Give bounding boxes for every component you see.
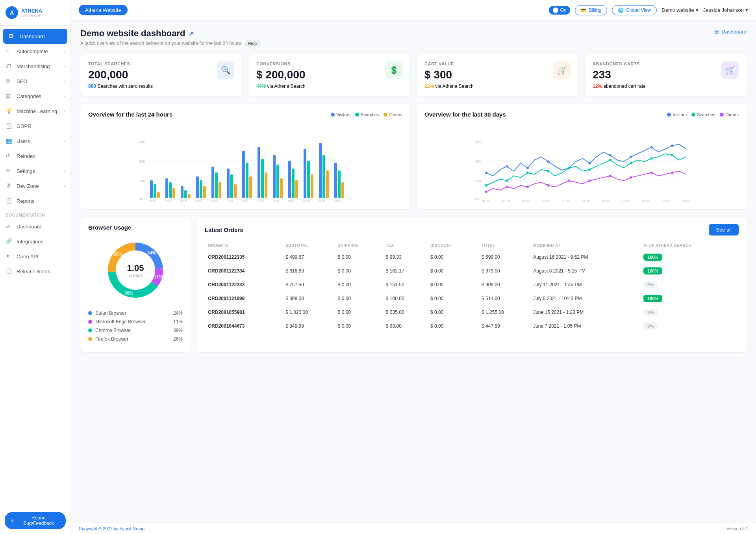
sidebar-item-settings[interactable]: ⚙ Settings › — [0, 163, 70, 178]
col-header-modified-at: MODIFIED AT — [530, 241, 640, 250]
see-all-button[interactable]: See all — [709, 224, 739, 235]
sidebar-item-integrations[interactable]: 🔗 Integrations — [0, 234, 70, 249]
sidebar-item-releasenotes[interactable]: 📋 Release Notes — [0, 264, 70, 279]
toggle-button[interactable]: On — [549, 6, 570, 15]
kpi-sub-text-0: Searches with zero results — [97, 83, 153, 89]
nav-label-categories: Categories — [17, 93, 41, 99]
chart-24h: Overview for the last 24 hours VisitorsS… — [80, 104, 410, 209]
svg-text:20K: 20K — [139, 159, 145, 163]
line-searches — [486, 154, 686, 185]
orders-table-body: ORD2001122335$ 499.67$ 0.00$ 99.33$ 0.00… — [205, 250, 739, 333]
topbar: Athena Website On 💳 Billing 🌐 Global Vie… — [71, 0, 756, 20]
sidebar-item-merchandising[interactable]: 🏷 Merchandising › — [0, 59, 70, 74]
table-cell: $ 1,020.00 — [282, 306, 334, 319]
kpi-sub-1: 44% via Athena Search — [256, 83, 306, 89]
table-cell: $ 0.00 — [335, 278, 383, 292]
sidebar-item-devzone[interactable]: 🖥 Dev Zone › — [0, 178, 70, 193]
line-dot — [568, 167, 570, 169]
bar — [200, 180, 202, 198]
browser-usage-title: Browser Usage — [88, 224, 183, 231]
donut-container: 24%11%39%26% 1.05 average — [88, 235, 183, 306]
svg-text:10K: 10K — [475, 179, 482, 183]
kpi-highlight-2: 22% — [424, 83, 434, 89]
col-header-subtotal: SUBTOTAL — [282, 241, 334, 250]
legend-item-30d-orders: Orders — [720, 112, 739, 117]
bar — [184, 190, 187, 198]
athena-badge: 100% — [643, 254, 662, 261]
table-cell: $ 757.50 — [282, 278, 334, 292]
svg-text:01 Jun: 01 Jun — [482, 200, 490, 202]
kpi-icon-0: 🔍 — [217, 61, 234, 79]
table-cell: $ 235.00 — [383, 306, 427, 319]
nav-label-ml: Machine Learning — [17, 108, 57, 114]
kpi-value-1: $ 200,000 — [256, 69, 306, 81]
external-link-icon[interactable]: ↗ — [189, 30, 194, 37]
legend-item-searches: Searches — [355, 112, 379, 117]
legend-dot — [355, 113, 359, 117]
athena-badge: 100% — [643, 295, 662, 302]
help-badge[interactable]: Help — [245, 40, 260, 46]
browser-name: Chrome Browser — [95, 328, 131, 333]
browser-label-left: Chrome Browser — [88, 328, 131, 333]
orders-card: Latest Orders See all ORDER IDSUBTOTALSH… — [197, 217, 747, 352]
sidebar-item-autocomplete[interactable]: ≡ Autocomplete › — [0, 44, 70, 59]
svg-text:20:00: 20:00 — [303, 200, 310, 202]
svg-text:18 Jun: 18 Jun — [602, 200, 610, 202]
table-cell: $ 447.99 — [478, 319, 530, 333]
table-cell: $ 599.00 — [478, 250, 530, 264]
orders-table-head: ORDER IDSUBTOTALSHIPPINGTAXDISCOUNTTOTAL… — [205, 241, 739, 250]
nav-icon-merchandising: 🏷 — [6, 63, 13, 70]
browser-percent: 26% — [173, 336, 183, 342]
athena-cell: 0% — [640, 278, 739, 292]
global-icon: 🌐 — [618, 7, 624, 13]
user-chevron-icon: ▾ — [745, 7, 748, 13]
line-dot — [671, 172, 673, 174]
line-dot — [650, 146, 653, 148]
sidebar-item-doc-dashboard[interactable]: ⊿ Dashboard — [0, 219, 70, 234]
table-cell: ORD2001122333 — [205, 278, 282, 292]
sidebar-footer: ⚠ Report Bug/Feedback — [0, 507, 70, 534]
svg-text:12:00: 12:00 — [241, 200, 248, 202]
donut-label-safari: 24% — [147, 250, 156, 255]
kpi-sub-text-2: via Athena Search — [435, 83, 473, 89]
sidebar-item-reindex[interactable]: ↺ Reindex — [0, 148, 70, 163]
sidebar-item-openapi[interactable]: ✦ Open API — [0, 249, 70, 264]
line-dot — [526, 186, 529, 188]
global-view-button[interactable]: 🌐 Global View — [612, 5, 657, 15]
bar — [188, 194, 191, 198]
site-button[interactable]: Athena Website — [79, 5, 128, 15]
nav-label-seo: SEO — [17, 78, 27, 84]
sidebar-item-seo[interactable]: ◎ SEO › — [0, 74, 70, 89]
kpi-card-0: TOTAL SEARCHES 200,000 800 Searches with… — [80, 54, 242, 96]
sidebar-item-gdpr[interactable]: 📋 GDPR — [0, 119, 70, 134]
site-selector[interactable]: Demo website ▾ — [662, 7, 698, 13]
bar — [280, 178, 283, 198]
bar — [227, 169, 230, 198]
browser-name: Microsoft Edge Browser — [95, 319, 145, 324]
breadcrumb: ⊞ Dashboard — [714, 28, 747, 35]
user-selector[interactable]: Jessica Johanson ▾ — [703, 7, 748, 13]
sidebar-item-dashboard[interactable]: ⊞ Dashboard — [3, 29, 67, 44]
sidebar-item-categories[interactable]: ⊞ Categories › — [0, 89, 70, 104]
billing-button[interactable]: 💳 Billing — [575, 5, 607, 15]
svg-text:06 Jun: 06 Jun — [522, 200, 530, 202]
chart-30d-title: Overview for the last 30 days — [424, 111, 506, 118]
sidebar-item-users[interactable]: 👥 Users › — [0, 134, 70, 148]
kpi-info-2: CART VALUE $ 300 22% via Athena Search — [424, 61, 474, 89]
athena-cell: 100% — [640, 264, 739, 278]
nav-icon-settings: ⚙ — [6, 167, 13, 174]
table-cell: $ 349.99 — [282, 319, 334, 333]
table-cell: $ 151.50 — [383, 278, 427, 292]
table-cell: $ 0.00 — [335, 250, 383, 264]
table-cell: $ 979.00 — [478, 264, 530, 278]
legend-dot — [691, 113, 695, 117]
nav-label-reports: Reports — [17, 198, 35, 204]
logo-icon: A — [6, 6, 18, 19]
col-header-total: TOTAL — [478, 241, 530, 250]
athena-badge: 100% — [643, 267, 662, 274]
sidebar-item-reports[interactable]: 📋 Reports — [0, 193, 70, 208]
sidebar-item-ml[interactable]: 💡 Machine Learning › — [0, 104, 70, 119]
chevron-icon: › — [64, 139, 65, 143]
report-bug-button[interactable]: ⚠ Report Bug/Feedback — [5, 512, 66, 529]
bar — [258, 147, 260, 198]
